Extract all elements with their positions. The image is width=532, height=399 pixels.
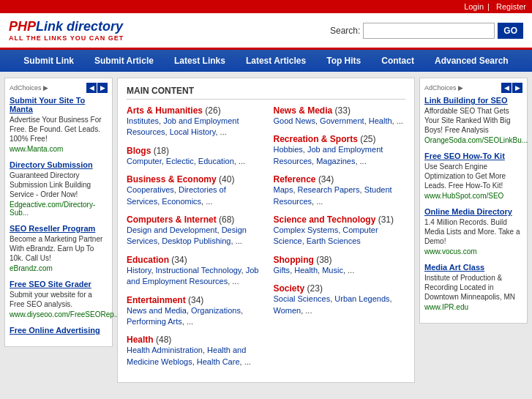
cat-blogs-sub-2[interactable]: Eclectic <box>166 157 194 165</box>
nav-top-hits[interactable]: Top Hits <box>316 50 371 72</box>
cat-health-count: (48) <box>156 335 171 345</box>
cat-health-subs: Health Administration, Health and Medici… <box>127 345 259 368</box>
cat-news-sub-2[interactable]: Government <box>320 116 364 125</box>
cat-society-sub-1[interactable]: Social Sciences <box>274 294 331 303</box>
cat-education-sub-2[interactable]: Instructional Technology <box>156 266 241 275</box>
cat-shopping-count: (38) <box>316 255 331 265</box>
nav-contact[interactable]: Contact <box>371 50 424 72</box>
cat-shopping-sub-3[interactable]: Music <box>322 266 343 275</box>
cat-science-sub-3[interactable]: Earth Sciences <box>307 236 361 245</box>
right-ad-1: Link Building for SEO Affordable SEO Tha… <box>424 96 522 144</box>
cat-business-sub-1[interactable]: Cooperatives <box>127 185 174 194</box>
left-ad-2-title[interactable]: Directory Submission <box>10 160 108 169</box>
cat-arts-name[interactable]: Arts & Humanities (26) <box>127 105 259 116</box>
cat-business-name[interactable]: Business & Economy (40) <box>127 174 259 184</box>
left-ad-prev-btn[interactable]: ◀ <box>86 83 97 93</box>
cat-education-count: (34) <box>171 255 187 265</box>
nav-bar: Submit Link Submit Article Latest Links … <box>0 50 532 72</box>
right-ad-1-title[interactable]: Link Building for SEO <box>424 96 522 105</box>
cat-news-subs: Good News, Government, Health, ... <box>274 116 406 127</box>
cat-science-subs: Complex Systems, Computer Science, Earth… <box>274 225 406 247</box>
right-ad-3-title[interactable]: Online Media Directory <box>424 207 522 216</box>
cat-computers-name[interactable]: Computers & Internet (68) <box>127 215 259 225</box>
right-ad-4-title[interactable]: Media Art Class <box>424 263 522 272</box>
cat-reference-sub-2[interactable]: Research Papers <box>298 185 360 194</box>
cat-reference-sub-1[interactable]: Maps <box>274 185 293 194</box>
left-ad-5-title[interactable]: Free Online Advertising <box>10 326 108 335</box>
right-ad-4-desc: Institute of Production & Recording Loca… <box>424 273 522 302</box>
cat-blogs-sub-1[interactable]: Computer <box>127 157 162 165</box>
cat-news-count: (33) <box>335 105 351 116</box>
left-ad-next-btn[interactable]: ▶ <box>97 83 108 93</box>
cat-arts-subs: Institutes, Job and Employment Resources… <box>127 116 259 138</box>
cat-computers-sub-1[interactable]: Design and Development <box>127 225 217 234</box>
cat-education-name[interactable]: Education (34) <box>127 255 259 265</box>
cat-arts-count: (26) <box>205 105 220 116</box>
cat-health-sub-1[interactable]: Health Administration <box>127 346 203 354</box>
cat-society-sub-3[interactable]: Women <box>274 306 301 315</box>
cat-arts-sub-1[interactable]: Institutes <box>127 116 159 125</box>
right-ad-choices-label: AdChoices ▶ <box>424 84 463 92</box>
cat-business-sub-3[interactable]: Economics <box>162 197 201 206</box>
content-title: MAIN CONTENT <box>127 86 405 100</box>
cat-recreation-name[interactable]: Recreation & Sports (25) <box>274 134 406 144</box>
nav-latest-links[interactable]: Latest Links <box>164 50 236 72</box>
right-ad-2-title[interactable]: Free SEO How-To Kit <box>424 152 522 160</box>
nav-submit-article[interactable]: Submit Article <box>84 50 164 72</box>
right-ad-2-desc: Use Search Engine Optimization to Get Mo… <box>424 162 522 190</box>
search-button[interactable]: GO <box>498 23 523 39</box>
cat-computers-sub-3[interactable]: Desktop Publishing <box>162 236 231 245</box>
nav-advanced-search[interactable]: Advanced Search <box>424 50 519 72</box>
right-ad-3-url: www.vocus.com <box>424 247 522 256</box>
cat-shopping-name[interactable]: Shopping (38) <box>274 255 406 265</box>
cat-education-subs: History, Instructional Technology, Job a… <box>127 265 259 288</box>
cat-news-name[interactable]: News & Media (33) <box>274 105 406 116</box>
logo-php: PHP <box>9 19 36 34</box>
cat-entertainment-count: (34) <box>188 295 203 305</box>
cat-shopping-sub-1[interactable]: Gifts <box>274 266 291 275</box>
cat-shopping-sub-2[interactable]: Health <box>294 266 318 275</box>
left-ad-4-title[interactable]: Free SEO Site Grader <box>10 280 108 288</box>
right-ad-4: Media Art Class Institute of Production … <box>424 263 522 311</box>
search-input[interactable] <box>363 23 495 39</box>
cat-recreation-sub-3[interactable]: Magazines <box>316 157 355 165</box>
cat-business-subs: Cooperatives, Directories of Services, E… <box>127 184 259 207</box>
cat-education-sub-1[interactable]: History <box>127 266 151 275</box>
login-link[interactable]: Login <box>464 2 484 11</box>
cat-blogs-name[interactable]: Blogs (18) <box>127 146 259 156</box>
nav-submit-link[interactable]: Submit Link <box>13 50 84 72</box>
right-ad-box: AdChoices ▶ ◀ ▶ Link Building for SEO Af… <box>419 78 528 324</box>
cat-society-sub-2[interactable]: Urban Legends <box>334 294 389 303</box>
cat-entertainment-sub-1[interactable]: News and Media <box>127 306 187 315</box>
right-ad-prev-btn[interactable]: ◀ <box>501 83 512 93</box>
cat-news-sub-1[interactable]: Good News <box>274 116 315 125</box>
cat-business-count: (40) <box>219 174 234 184</box>
content-area: MAIN CONTENT Arts & Humanities (26) Inst… <box>117 78 415 383</box>
left-ad-1-title[interactable]: Submit Your Site To Manta <box>10 96 108 113</box>
cat-entertainment-sub-3[interactable]: Performing Arts <box>127 317 182 326</box>
cat-society: Society (23) Social Sciences, Urban Lege… <box>274 283 406 316</box>
cat-blogs-sub-3[interactable]: Education <box>198 157 234 165</box>
cat-health-name[interactable]: Health (48) <box>127 335 259 345</box>
top-bar: Login | Register <box>0 0 532 13</box>
cat-science: Science and Technology (31) Complex Syst… <box>274 215 406 247</box>
left-ad-choices-label: AdChoices ▶ <box>10 84 48 92</box>
right-ad-2: Free SEO How-To Kit Use Search Engine Op… <box>424 152 522 200</box>
cat-arts-sub-3[interactable]: Local History <box>170 127 216 136</box>
cat-entertainment-name[interactable]: Entertainment (34) <box>127 295 259 305</box>
register-link[interactable]: Register <box>496 2 526 11</box>
cat-society-name[interactable]: Society (23) <box>274 283 406 294</box>
right-ad-next-btn[interactable]: ▶ <box>512 83 522 93</box>
cat-science-name[interactable]: Science and Technology (31) <box>274 215 406 225</box>
left-ad-3-title[interactable]: SEO Reseller Program <box>10 224 108 233</box>
cat-reference-name[interactable]: Reference (34) <box>274 174 406 184</box>
cat-news-sub-3[interactable]: Health <box>369 116 392 125</box>
cat-science-sub-1[interactable]: Complex Systems <box>274 225 339 234</box>
nav-latest-articles[interactable]: Latest Articles <box>236 50 316 72</box>
cat-recreation-sub-1[interactable]: Hobbies <box>274 145 303 154</box>
cat-entertainment-sub-2[interactable]: Organizations <box>191 306 241 315</box>
left-ad-2-desc: Guaranteed Directory Submission Link Bui… <box>10 171 108 199</box>
logo-area: PHPLink directory ALL THE LINKS YOU CAN … <box>9 19 124 42</box>
cat-health-sub-3[interactable]: Health Care <box>197 357 240 366</box>
main-wrapper: AdChoices ▶ ◀ ▶ Submit Your Site To Mant… <box>0 72 532 389</box>
